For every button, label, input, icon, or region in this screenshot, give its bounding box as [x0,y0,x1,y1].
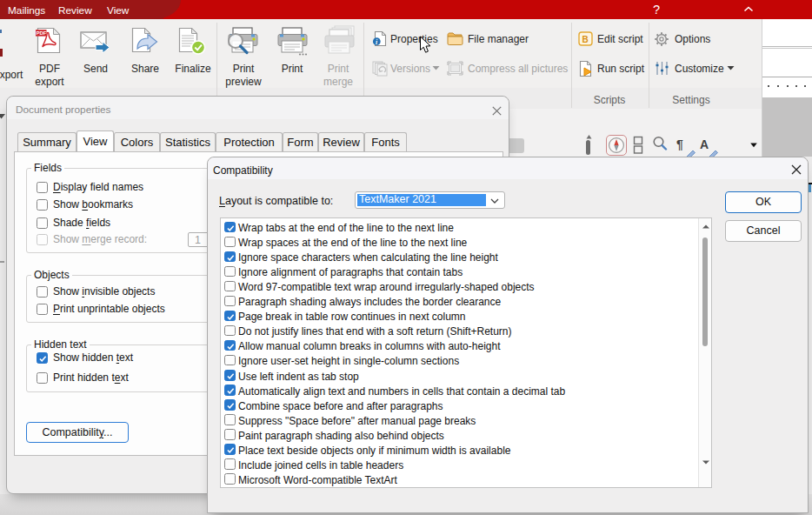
svg-text:PDF: PDF [36,30,46,36]
svg-text:B: B [582,35,589,44]
